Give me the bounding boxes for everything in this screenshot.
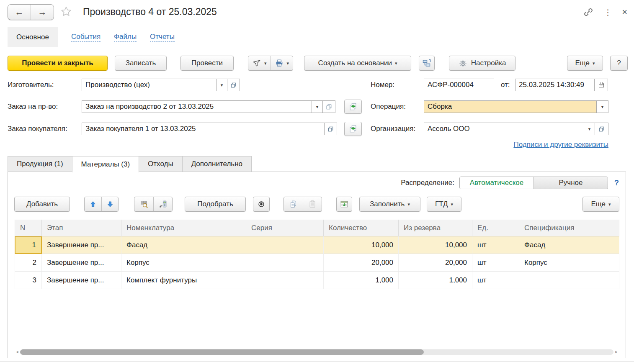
production-order-goto-button[interactable] <box>344 100 362 114</box>
col-header-series[interactable]: Серия <box>246 220 324 236</box>
customer-order-open-button[interactable] <box>325 123 337 135</box>
move-down-button[interactable] <box>101 197 118 211</box>
col-header-item[interactable]: Номенклатура <box>121 220 246 236</box>
operation-input[interactable]: Сборка <box>424 100 597 113</box>
col-header-spec[interactable]: Спецификация <box>519 220 619 236</box>
open-form-icon <box>327 126 334 132</box>
table-row[interactable]: 1 Завершение пр... Фасад 10,000 10,000 ш… <box>15 236 619 254</box>
customer-order-input[interactable]: Заказ покупателя 1 от 13.03.2025 <box>82 123 325 135</box>
pick-items-button[interactable]: Подобрать <box>185 197 246 212</box>
distribution-auto-option[interactable]: Автоматическое <box>460 177 533 189</box>
number-input[interactable]: АСФР-000004 <box>424 79 494 91</box>
post-and-close-button[interactable]: Провести и закрыть <box>8 56 108 71</box>
cell-series[interactable] <box>246 236 324 254</box>
col-header-reserve[interactable]: Из резерва <box>399 220 472 236</box>
scroll-left-arrow[interactable]: ◄ <box>14 350 20 354</box>
col-header-n[interactable]: N <box>15 220 42 236</box>
table-row[interactable]: 3 Завершение пр... Комплект фурнитуры 1,… <box>15 272 619 289</box>
cell-qty[interactable]: 20,000 <box>324 254 399 272</box>
manufacturer-open-button[interactable] <box>227 79 240 91</box>
tab-fayly[interactable]: Файлы <box>114 32 137 41</box>
cell-series[interactable] <box>246 254 324 272</box>
organization-input[interactable]: Ассоль ООО <box>424 123 584 135</box>
print-button[interactable]: ▾ <box>271 56 293 70</box>
cell-spec[interactable]: Фасад <box>519 236 619 254</box>
related-documents-button[interactable] <box>419 56 435 71</box>
manufacturer-dropdown-button[interactable]: ▾ <box>216 79 227 91</box>
copy-rows-button[interactable] <box>284 197 303 211</box>
cell-reserve[interactable]: 20,000 <box>399 254 472 272</box>
paste-rows-button[interactable] <box>303 197 322 211</box>
cell-reserve[interactable]: 10,000 <box>399 236 472 254</box>
cell-item[interactable]: Корпус <box>121 254 246 272</box>
posting-mark-button[interactable]: ▾ <box>248 56 271 70</box>
scroll-right-arrow[interactable]: ► <box>613 350 619 354</box>
create-based-on-button[interactable]: Создать на основании ▾ <box>304 56 411 71</box>
forward-button[interactable]: → <box>31 5 54 20</box>
cell-stage[interactable]: Завершение пр... <box>42 236 121 254</box>
close-icon[interactable]: × <box>622 8 627 17</box>
production-order-open-button[interactable] <box>323 100 335 113</box>
date-calendar-button[interactable] <box>595 79 608 91</box>
move-up-button[interactable] <box>85 197 101 211</box>
table-row[interactable]: 2 Завершение пр... Корпус 20,000 20,000 … <box>15 254 619 272</box>
cell-item[interactable]: Комплект фурнитуры <box>121 272 246 289</box>
settings-button[interactable]: Настройка <box>449 56 515 71</box>
operation-dropdown-button[interactable]: ▾ <box>597 100 608 113</box>
distribution-manual-option[interactable]: Ручное <box>533 177 608 189</box>
organization-dropdown-button[interactable]: ▾ <box>584 123 595 135</box>
tab-otchety[interactable]: Отчеты <box>150 32 175 41</box>
production-order-input[interactable]: Заказ на производство 2 от 13.03.2025 <box>82 100 312 113</box>
manufacturer-field: Производство (цех) ▾ <box>82 79 240 91</box>
cell-stage[interactable]: Завершение пр... <box>42 272 121 289</box>
cell-unit[interactable]: шт <box>472 254 519 272</box>
scrollbar-thumb[interactable] <box>20 349 424 355</box>
table-more-button[interactable]: Еще ▾ <box>582 197 619 212</box>
tab-materialy[interactable]: Материалы (3) <box>72 156 139 172</box>
cell-series[interactable] <box>246 272 324 289</box>
tab-sobytiya[interactable]: События <box>71 32 101 41</box>
cell-reserve[interactable]: 1,000 <box>399 272 472 289</box>
post-button[interactable]: Провести <box>180 56 234 71</box>
cell-n[interactable]: 1 <box>15 236 42 254</box>
add-row-button[interactable]: Добавить <box>14 197 70 212</box>
link-icon[interactable] <box>583 7 594 18</box>
more-menu-icon[interactable]: ⋮ <box>604 8 612 16</box>
favorite-star-icon[interactable] <box>60 5 72 18</box>
date-input[interactable]: 25.03.2025 14:30:49 <box>515 79 595 91</box>
cell-n[interactable]: 3 <box>15 272 42 289</box>
barcode-search-button[interactable] <box>134 197 153 211</box>
distribution-help-link[interactable]: ? <box>614 179 619 187</box>
tab-othody[interactable]: Отходы <box>139 156 182 172</box>
customer-order-goto-button[interactable] <box>344 122 362 136</box>
cell-item[interactable]: Фасад <box>121 236 246 254</box>
cell-qty[interactable]: 10,000 <box>324 236 399 254</box>
production-order-dropdown-button[interactable]: ▾ <box>312 100 323 113</box>
cell-spec[interactable] <box>519 272 619 289</box>
organization-open-button[interactable] <box>595 123 608 135</box>
tab-osnovnoe[interactable]: Основное <box>8 27 58 47</box>
fill-table-button[interactable] <box>336 197 352 212</box>
scrollbar-track[interactable] <box>20 349 613 355</box>
signatures-link[interactable]: Подписи и другие реквизиты <box>513 141 608 149</box>
tab-produkciya[interactable]: Продукция (1) <box>8 156 72 172</box>
col-header-unit[interactable]: Ед. <box>472 220 519 236</box>
view-mode-button[interactable] <box>253 197 270 212</box>
tab-dopolnitelno[interactable]: Дополнительно <box>182 156 252 172</box>
fill-menu-button[interactable]: Заполнить ▾ <box>359 197 420 212</box>
cell-unit[interactable]: шт <box>472 236 519 254</box>
help-button[interactable]: ? <box>610 56 628 71</box>
cell-spec[interactable]: Корпус <box>519 254 619 272</box>
gtd-menu-button[interactable]: ГТД ▾ <box>427 197 461 212</box>
manufacturer-input[interactable]: Производство (цех) <box>82 79 216 91</box>
col-header-qty[interactable]: Количество <box>324 220 399 236</box>
cell-qty[interactable]: 1,000 <box>324 272 399 289</box>
save-button[interactable]: Записать <box>115 56 167 71</box>
back-button[interactable]: ← <box>8 5 31 20</box>
cell-stage[interactable]: Завершение пр... <box>42 254 121 272</box>
cell-unit[interactable]: шт <box>472 272 519 289</box>
data-terminal-button[interactable] <box>153 197 172 211</box>
cell-n[interactable]: 2 <box>15 254 42 272</box>
more-button[interactable]: Еще ▾ <box>567 56 603 71</box>
col-header-stage[interactable]: Этап <box>42 220 121 236</box>
